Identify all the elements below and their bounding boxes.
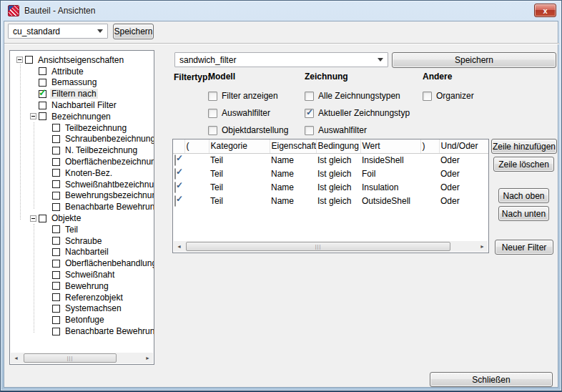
cell-paren-close[interactable] — [420, 194, 439, 207]
new-filter-button[interactable]: Neuer Filter — [495, 240, 553, 255]
row-checkbox-checked[interactable] — [174, 195, 176, 207]
table-scroll-thumb[interactable]: ||| — [186, 242, 450, 251]
cell-undoder[interactable]: Oder — [439, 180, 488, 194]
collapse-expander-icon[interactable] — [16, 57, 23, 63]
row-checkbox-cell[interactable] — [173, 153, 184, 167]
filter-option[interactable]: Auswahlfilter — [208, 107, 288, 119]
cell-paren-close[interactable] — [420, 153, 439, 167]
tree-checkbox[interactable] — [52, 124, 60, 132]
cell-bedingung[interactable]: Ist gleich — [316, 194, 360, 207]
tree-item[interactable]: Attribute — [10, 66, 154, 77]
chevron-down-icon[interactable] — [378, 58, 383, 62]
view-preset-combobox[interactable]: cu_standard — [8, 24, 108, 39]
close-icon[interactable]: x — [534, 4, 556, 17]
filter-option[interactable]: Auswahlfilter — [305, 124, 410, 136]
tree-checkbox[interactable] — [52, 169, 60, 177]
tree-item[interactable]: Knoten-Bez. — [10, 167, 154, 179]
cell-wert[interactable]: OutsideShell — [360, 194, 420, 207]
delete-row-button[interactable]: Zeile löschen — [493, 157, 554, 172]
tree-item[interactable]: Bemassung — [10, 77, 154, 89]
cell-kategorie[interactable]: Teil — [209, 194, 270, 207]
scroll-left-icon[interactable]: ◄ — [11, 353, 21, 363]
tree-item[interactable]: Filtern nach — [10, 88, 154, 99]
cell-eigenschaft[interactable]: Name — [270, 180, 316, 194]
table-scroll-track[interactable]: ||| — [184, 241, 477, 252]
row-checkbox-checked[interactable] — [174, 155, 176, 166]
move-up-button[interactable]: Nach oben — [498, 188, 549, 203]
cell-eigenschaft[interactable]: Name — [270, 153, 316, 167]
tree-item[interactable]: Nachbarteil — [10, 247, 154, 258]
table-row[interactable]: TeilNameIst gleichInsulationOder — [173, 180, 488, 194]
tree-checkbox-checked[interactable] — [39, 90, 46, 98]
tree-item[interactable]: Oberflächenbehandlung — [10, 258, 154, 269]
tree-checkbox[interactable] — [52, 203, 60, 211]
filter-option[interactable]: Alle Zeichnungstypen — [305, 90, 410, 102]
checkbox[interactable] — [208, 92, 217, 101]
cell-paren-close[interactable] — [420, 180, 439, 194]
tree-item[interactable]: Systemachsen — [10, 303, 154, 315]
tree-checkbox[interactable] — [52, 147, 60, 155]
tree-checkbox[interactable] — [25, 56, 33, 64]
checkbox[interactable] — [305, 92, 314, 101]
column-header[interactable]: Kategorie — [209, 139, 270, 153]
tree-checkbox[interactable] — [39, 102, 46, 109]
tree-item[interactable]: Teil — [10, 224, 154, 235]
cell-paren-open[interactable] — [184, 180, 209, 194]
filter-name-combobox[interactable]: sandwich_filter — [174, 52, 388, 67]
close-dialog-button[interactable]: Schließen — [430, 372, 553, 387]
tree-checkbox[interactable] — [52, 328, 60, 335]
collapse-expander-icon[interactable] — [30, 113, 36, 119]
table-row[interactable]: TeilNameIst gleichOutsideShellOder — [173, 194, 488, 207]
cell-eigenschaft[interactable]: Name — [270, 167, 316, 180]
tree-checkbox[interactable] — [39, 67, 46, 75]
tree-item[interactable]: Schweißnahtbezeichnung — [10, 179, 154, 190]
tree-checkbox[interactable] — [52, 282, 60, 290]
table-row[interactable]: TeilNameIst gleichFoilOder — [173, 167, 488, 180]
cell-kategorie[interactable]: Teil — [209, 180, 270, 194]
column-header[interactable]: Eigenschaft... — [270, 139, 316, 153]
titlebar[interactable]: Bauteil - Ansichten x — [1, 1, 561, 21]
cell-undoder[interactable]: Oder — [439, 153, 488, 167]
cell-bedingung[interactable]: Ist gleich — [316, 167, 360, 180]
filter-option[interactable]: Aktueller Zeichnungstyp — [305, 107, 410, 119]
cell-bedingung[interactable]: Ist gleich — [316, 153, 360, 167]
cell-paren-open[interactable] — [184, 153, 209, 167]
cell-paren-open[interactable] — [184, 167, 209, 180]
scroll-left-icon[interactable]: ◄ — [174, 241, 184, 252]
tree-checkbox[interactable] — [39, 112, 46, 120]
filter-option[interactable]: Organizer — [423, 90, 474, 102]
table-row[interactable]: TeilNameIst gleichInsideShellOder — [173, 153, 488, 167]
tree-checkbox[interactable] — [52, 305, 60, 313]
row-checkbox-checked[interactable] — [174, 182, 176, 193]
tree-item[interactable]: Betonfuge — [10, 314, 154, 325]
cell-kategorie[interactable]: Teil — [209, 153, 270, 167]
checkbox[interactable] — [305, 126, 314, 135]
checkbox[interactable] — [423, 92, 432, 101]
cell-wert[interactable]: Foil — [360, 167, 420, 180]
column-header[interactable]: ) — [420, 139, 439, 153]
cell-bedingung[interactable]: Ist gleich — [316, 180, 360, 194]
row-checkbox-cell[interactable] — [173, 194, 184, 207]
add-row-button[interactable]: Zeile hinzufügen — [491, 139, 557, 154]
save-preset-button[interactable]: Speichern — [113, 24, 154, 39]
tree-item[interactable]: Bewehrung — [10, 280, 154, 292]
tree-checkbox[interactable] — [52, 192, 60, 200]
table-horizontal-scrollbar[interactable]: ◄ ||| ► — [174, 241, 488, 252]
tree-item[interactable]: Benachbarte Bewehrung — [10, 325, 154, 337]
tree-item[interactable]: Bewehrungsbezeichnung — [10, 190, 154, 202]
collapse-expander-icon[interactable] — [30, 215, 36, 222]
tree-checkbox[interactable] — [52, 316, 60, 324]
checkbox[interactable] — [208, 126, 217, 135]
tree-item[interactable]: Schraubenbezeichnung — [10, 134, 154, 145]
tree-checkbox[interactable] — [52, 248, 60, 256]
tree-item[interactable]: N. Teilbezeichnung — [10, 144, 154, 156]
tree-item[interactable]: Bezeichnungen — [10, 111, 154, 122]
tree-item[interactable]: Benachbarte Bewehrungsbezeichnung — [10, 201, 154, 212]
column-header[interactable]: ( — [184, 139, 209, 153]
save-filter-button[interactable]: Speichern — [392, 52, 556, 68]
tree-checkbox[interactable] — [52, 158, 60, 166]
cell-wert[interactable]: Insulation — [360, 180, 420, 194]
tree-checkbox[interactable] — [52, 135, 60, 143]
column-header[interactable] — [173, 139, 184, 153]
tree-item[interactable]: Objekte — [10, 212, 154, 224]
